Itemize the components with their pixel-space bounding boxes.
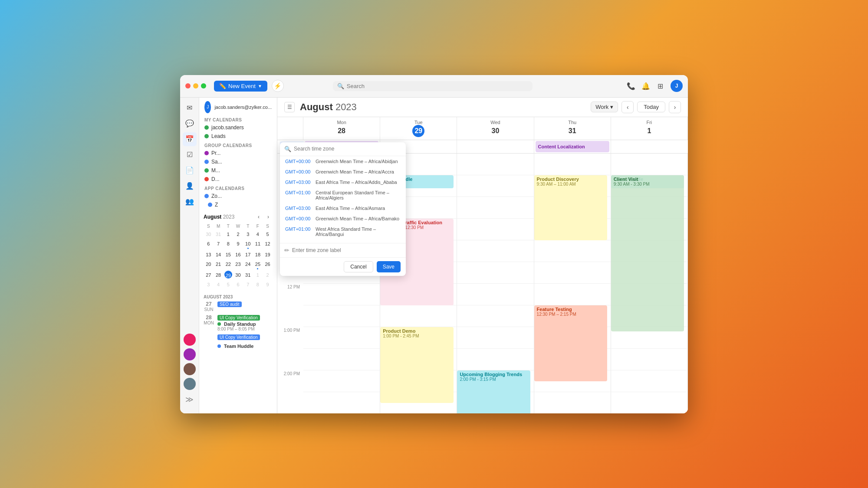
event-product-discovery[interactable]: Product Discovery 9:30 AM – 11:00 AM <box>534 175 607 240</box>
mini-day-23[interactable]: 23 <box>233 259 243 270</box>
slot-wed-130pm[interactable] <box>457 349 534 370</box>
slot-mon-12[interactable] <box>303 284 380 305</box>
tz-item-7[interactable]: GMT+00:00 Greenwich Mean Time – Africa/B… <box>280 239 406 243</box>
calendar-item-zo2[interactable]: Z <box>199 200 277 209</box>
slot-fri-130pm[interactable] <box>611 349 688 370</box>
slot-wed-12[interactable] <box>457 284 534 305</box>
slot-thu-230pm[interactable] <box>534 392 611 413</box>
slot-wed-1230[interactable] <box>457 305 534 327</box>
slot-thu-12[interactable] <box>534 284 611 305</box>
mini-day-28[interactable]: 28 <box>214 270 224 280</box>
mini-day-6[interactable]: 6 <box>204 239 214 250</box>
avatar-4[interactable] <box>184 378 196 390</box>
event-feature-testing[interactable]: Feature Testing 12:30 PM – 2:15 PM <box>534 305 607 381</box>
tz-search-input[interactable] <box>294 146 401 152</box>
files-icon[interactable]: 📄 <box>183 164 197 177</box>
mini-day-30[interactable]: 30 <box>204 229 214 239</box>
contacts-icon[interactable]: 👤 <box>183 179 197 193</box>
mini-day-11[interactable]: 11 <box>253 239 263 250</box>
slot-wed-930[interactable] <box>457 175 534 197</box>
ui-copy-badge-2[interactable]: UI Copy Verification <box>217 334 260 340</box>
mini-day-9b[interactable]: 9 <box>263 280 273 289</box>
tz-item-0[interactable]: GMT+00:00 Greenwich Mean Time – Africa/A… <box>280 156 406 167</box>
slot-thu-11[interactable] <box>534 240 611 262</box>
day-header-fri1[interactable]: Fri 1 <box>611 117 688 140</box>
slot-wed-1130[interactable] <box>457 262 534 284</box>
calendar-icon[interactable]: 📅 <box>183 132 197 146</box>
slot-fri-230pm[interactable] <box>611 392 688 413</box>
mini-day-8[interactable]: 8 <box>223 239 233 250</box>
slot-fri-9[interactable] <box>611 154 688 175</box>
sidebar-toggle[interactable]: ☰ <box>284 102 295 112</box>
mini-day-6b[interactable]: 6 <box>233 280 243 289</box>
mini-day-26[interactable]: 26 <box>263 259 273 270</box>
tz-item-3[interactable]: GMT+01:00 Central European Standard Time… <box>280 187 406 203</box>
tz-item-4[interactable]: GMT+03:00 East Africa Time – Africa/Asma… <box>280 203 406 213</box>
calendar-item-leads[interactable]: Leads <box>199 132 277 141</box>
slot-fri-2pm[interactable] <box>611 370 688 392</box>
prev-week-button[interactable]: ‹ <box>621 101 634 113</box>
tz-item-2[interactable]: GMT+03:00 East Africa Time – Africa/Addi… <box>280 177 406 187</box>
slot-mon-2pm[interactable] <box>303 370 380 392</box>
save-button[interactable]: Save <box>377 261 401 272</box>
tz-label-input[interactable] <box>292 247 401 253</box>
mini-day-3[interactable]: 3 <box>243 229 253 239</box>
mini-day-30b[interactable]: 30 <box>233 270 243 280</box>
tz-item-1[interactable]: GMT+00:00 Greenwich Mean Time – Africa/A… <box>280 167 406 177</box>
user-avatar[interactable]: J <box>671 80 683 92</box>
mini-next-btn[interactable]: › <box>264 213 273 221</box>
mini-day-19[interactable]: 19 <box>263 250 273 259</box>
minimize-button[interactable] <box>193 83 198 88</box>
mini-day-3b[interactable]: 3 <box>204 280 214 289</box>
event-client-visit[interactable]: Client Visit 9:30 AM - 3:30 PM <box>611 175 684 331</box>
slot-wed-1pm[interactable] <box>457 327 534 349</box>
calendar-item-pr[interactable]: Pr... <box>199 149 277 157</box>
slot-thu-9[interactable] <box>534 154 611 175</box>
mini-day-9[interactable]: 9 <box>233 239 243 250</box>
mini-day-5b[interactable]: 5 <box>223 280 233 289</box>
tasks-icon[interactable]: ☑ <box>183 148 197 162</box>
mini-day-8b[interactable]: 8 <box>253 280 263 289</box>
mini-day-10[interactable]: 10 <box>243 239 253 250</box>
mini-day-25[interactable]: 25 <box>253 259 263 270</box>
cancel-button[interactable]: Cancel <box>344 261 373 272</box>
mini-day-12[interactable]: 12 <box>263 239 273 250</box>
mini-day-17[interactable]: 17 <box>243 250 253 259</box>
calendar-item-jacob[interactable]: jacob.sanders <box>199 123 277 132</box>
event-product-demo[interactable]: Product Demo 1:00 PM - 2:45 PM <box>380 327 453 403</box>
mini-day-27[interactable]: 27 <box>204 270 214 280</box>
mini-day-7[interactable]: 7 <box>214 239 224 250</box>
slot-mon-230pm[interactable] <box>303 392 380 413</box>
calendar-item-sa[interactable]: Sa... <box>199 157 277 166</box>
mini-day-5[interactable]: 5 <box>263 229 273 239</box>
slot-mon-130pm[interactable] <box>303 349 380 370</box>
day-header-wed30[interactable]: Wed 30 <box>457 117 534 140</box>
mini-day-2b[interactable]: 2 <box>263 270 273 280</box>
mini-day-7b[interactable]: 7 <box>243 280 253 289</box>
mini-day-1b[interactable]: 1 <box>253 270 263 280</box>
mini-day-4b[interactable]: 4 <box>214 280 224 289</box>
chat-icon[interactable]: 💬 <box>183 117 197 131</box>
slot-tue-1230[interactable] <box>380 305 457 327</box>
mini-day-15[interactable]: 15 <box>223 250 233 259</box>
grid-icon[interactable]: ⊞ <box>656 81 665 91</box>
mini-day-18[interactable]: 18 <box>253 250 263 259</box>
expand-icon[interactable]: ≫ <box>183 393 197 406</box>
mini-day-14[interactable]: 14 <box>214 250 224 259</box>
seo-audit-badge[interactable]: SEO audit <box>217 301 242 307</box>
new-event-button[interactable]: ✏️ New Event ▼ <box>214 81 267 92</box>
mini-day-4[interactable]: 4 <box>253 229 263 239</box>
mini-day-13[interactable]: 13 <box>204 250 214 259</box>
flash-button[interactable]: ⚡ <box>272 80 284 92</box>
next-week-button[interactable]: › <box>669 101 681 113</box>
mini-day-16[interactable]: 16 <box>233 250 243 259</box>
day-header-mon28[interactable]: Mon 28 <box>303 117 380 140</box>
team-icon[interactable]: 👥 <box>183 195 197 209</box>
slot-wed-1030[interactable] <box>457 219 534 240</box>
view-selector[interactable]: Work ▾ <box>591 102 618 112</box>
event-blogging-trends[interactable]: Upcoming Blogging Trends 2:00 PM - 3:15 … <box>457 370 530 413</box>
avatar-2[interactable] <box>184 348 196 360</box>
slot-wed-11[interactable] <box>457 240 534 262</box>
maximize-button[interactable] <box>201 83 206 88</box>
mini-day-22[interactable]: 22 <box>223 259 233 270</box>
